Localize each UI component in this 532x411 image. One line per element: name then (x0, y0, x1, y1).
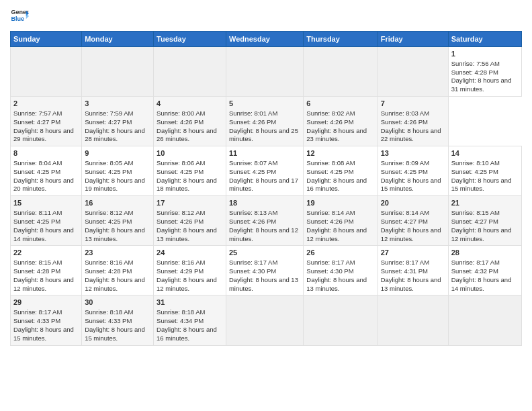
calendar-cell: 31Sunrise: 8:18 AMSunset: 4:34 PMDayligh… (154, 295, 226, 345)
sunrise-text: Sunrise: 8:14 AM (306, 209, 355, 216)
sunset-text: Sunset: 4:25 PM (229, 168, 276, 175)
daylight-text: Daylight: 8 hours and 12 minutes. (13, 276, 74, 292)
sunrise-text: Sunrise: 8:08 AM (306, 159, 355, 167)
day-number: 24 (157, 248, 223, 258)
daylight-text: Daylight: 8 hours and 28 minutes. (85, 127, 145, 143)
calendar-cell: 7Sunrise: 8:03 AMSunset: 4:26 PMDaylight… (378, 97, 448, 146)
calendar-cell: 12Sunrise: 8:08 AMSunset: 4:25 PMDayligh… (304, 146, 378, 196)
calendar-cell: 4Sunrise: 8:00 AMSunset: 4:26 PMDaylight… (154, 97, 226, 146)
header-cell-tuesday: Tuesday (154, 32, 226, 47)
sunset-text: Sunset: 4:26 PM (157, 118, 204, 126)
daylight-text: Daylight: 8 hours and 14 minutes. (13, 226, 74, 242)
sunset-text: Sunset: 4:26 PM (229, 218, 276, 225)
calendar-week-row: 8Sunrise: 8:04 AMSunset: 4:25 PMDaylight… (11, 146, 522, 196)
day-number: 21 (451, 198, 519, 208)
calendar-week-row: 29Sunrise: 8:17 AMSunset: 4:33 PMDayligh… (11, 295, 522, 345)
sunset-text: Sunset: 4:33 PM (85, 317, 132, 324)
sunset-text: Sunset: 4:26 PM (229, 118, 276, 126)
day-number: 19 (306, 198, 374, 208)
sunset-text: Sunset: 4:27 PM (85, 118, 132, 126)
header-cell-friday: Friday (378, 32, 448, 47)
header-cell-wednesday: Wednesday (226, 32, 303, 47)
header-cell-thursday: Thursday (304, 32, 378, 47)
daylight-text: Daylight: 8 hours and 12 minutes. (381, 226, 441, 242)
sunrise-text: Sunrise: 8:00 AM (157, 109, 205, 117)
day-number: 16 (85, 198, 150, 208)
day-number: 11 (229, 148, 300, 158)
daylight-text: Daylight: 8 hours and 15 minutes. (451, 177, 512, 193)
day-number: 28 (451, 248, 519, 258)
sunset-text: Sunset: 4:32 PM (451, 267, 498, 275)
calendar-week-row: 2Sunrise: 7:57 AMSunset: 4:27 PMDaylight… (11, 97, 522, 146)
sunrise-text: Sunrise: 8:16 AM (157, 259, 205, 266)
day-number: 13 (381, 148, 445, 158)
calendar-cell: 1Sunrise: 7:56 AMSunset: 4:28 PMDaylight… (448, 47, 521, 97)
calendar-cell: 13Sunrise: 8:09 AMSunset: 4:25 PMDayligh… (378, 146, 448, 196)
calendar-header-row: SundayMondayTuesdayWednesdayThursdayFrid… (11, 32, 522, 47)
day-number: 29 (13, 298, 79, 308)
day-number: 25 (229, 248, 300, 258)
day-number: 27 (381, 248, 445, 258)
sunrise-text: Sunrise: 7:59 AM (85, 109, 133, 117)
day-number: 20 (381, 198, 445, 208)
calendar-week-row: 15Sunrise: 8:11 AMSunset: 4:25 PMDayligh… (11, 196, 522, 246)
sunrise-text: Sunrise: 8:02 AM (306, 109, 355, 117)
sunrise-text: Sunrise: 8:17 AM (381, 259, 429, 266)
calendar-cell: 17Sunrise: 8:12 AMSunset: 4:26 PMDayligh… (154, 196, 226, 246)
sunrise-text: Sunrise: 8:17 AM (451, 259, 500, 266)
calendar-cell: 21Sunrise: 8:15 AMSunset: 4:27 PMDayligh… (448, 196, 521, 246)
sunset-text: Sunset: 4:33 PM (13, 317, 60, 324)
calendar-table: SundayMondayTuesdayWednesdayThursdayFrid… (10, 31, 522, 346)
day-number: 22 (13, 248, 79, 258)
calendar-cell: 29Sunrise: 8:17 AMSunset: 4:33 PMDayligh… (11, 295, 82, 345)
calendar-cell (226, 47, 303, 97)
day-number: 15 (13, 198, 79, 208)
sunrise-text: Sunrise: 8:12 AM (157, 209, 205, 216)
daylight-text: Daylight: 8 hours and 31 minutes. (451, 77, 512, 93)
sunset-text: Sunset: 4:25 PM (85, 218, 132, 225)
calendar-cell: 20Sunrise: 8:14 AMSunset: 4:27 PMDayligh… (378, 196, 448, 246)
daylight-text: Daylight: 8 hours and 23 minutes. (306, 127, 367, 143)
calendar-cell: 14Sunrise: 8:10 AMSunset: 4:25 PMDayligh… (448, 146, 521, 196)
calendar-cell: 22Sunrise: 8:15 AMSunset: 4:28 PMDayligh… (11, 246, 82, 295)
sunset-text: Sunset: 4:31 PM (381, 267, 428, 275)
daylight-text: Daylight: 8 hours and 22 minutes. (381, 127, 441, 143)
sunrise-text: Sunrise: 8:10 AM (451, 159, 500, 167)
sunrise-text: Sunrise: 7:56 AM (451, 60, 500, 67)
daylight-text: Daylight: 8 hours and 12 minutes. (451, 226, 512, 242)
sunrise-text: Sunrise: 8:15 AM (451, 209, 500, 216)
sunset-text: Sunset: 4:26 PM (157, 218, 204, 225)
sunset-text: Sunset: 4:26 PM (306, 118, 353, 126)
day-number: 31 (157, 298, 223, 308)
day-number: 17 (157, 198, 223, 208)
calendar-cell: 11Sunrise: 8:07 AMSunset: 4:25 PMDayligh… (226, 146, 303, 196)
calendar-cell: 24Sunrise: 8:16 AMSunset: 4:29 PMDayligh… (154, 246, 226, 295)
calendar-cell: 3Sunrise: 7:59 AMSunset: 4:27 PMDaylight… (82, 97, 154, 146)
daylight-text: Daylight: 8 hours and 13 minutes. (157, 226, 217, 242)
calendar-cell (11, 47, 82, 97)
sunset-text: Sunset: 4:26 PM (381, 118, 428, 126)
sunrise-text: Sunrise: 8:16 AM (85, 259, 133, 266)
calendar-cell (154, 47, 226, 97)
sunset-text: Sunset: 4:26 PM (306, 218, 353, 225)
daylight-text: Daylight: 8 hours and 25 minutes. (229, 127, 298, 143)
sunrise-text: Sunrise: 8:01 AM (229, 109, 277, 117)
sunset-text: Sunset: 4:28 PM (85, 267, 132, 275)
sunrise-text: Sunrise: 7:57 AM (13, 109, 62, 117)
calendar-cell: 25Sunrise: 8:17 AMSunset: 4:30 PMDayligh… (226, 246, 303, 295)
calendar-cell (82, 47, 154, 97)
sunrise-text: Sunrise: 8:17 AM (229, 259, 277, 266)
calendar-cell: 18Sunrise: 8:13 AMSunset: 4:26 PMDayligh… (226, 196, 303, 246)
sunrise-text: Sunrise: 8:18 AM (157, 308, 205, 316)
calendar-cell: 16Sunrise: 8:12 AMSunset: 4:25 PMDayligh… (82, 196, 154, 246)
calendar-cell: 28Sunrise: 8:17 AMSunset: 4:32 PMDayligh… (448, 246, 521, 295)
daylight-text: Daylight: 8 hours and 15 minutes. (13, 326, 74, 342)
sunset-text: Sunset: 4:29 PM (157, 267, 204, 275)
calendar-cell (448, 295, 521, 345)
sunrise-text: Sunrise: 8:07 AM (229, 159, 277, 167)
day-number: 9 (85, 148, 150, 158)
sunrise-text: Sunrise: 8:04 AM (13, 159, 62, 167)
sunset-text: Sunset: 4:25 PM (157, 168, 204, 175)
calendar-cell: 8Sunrise: 8:04 AMSunset: 4:25 PMDaylight… (11, 146, 82, 196)
daylight-text: Daylight: 8 hours and 12 minutes. (229, 226, 298, 242)
